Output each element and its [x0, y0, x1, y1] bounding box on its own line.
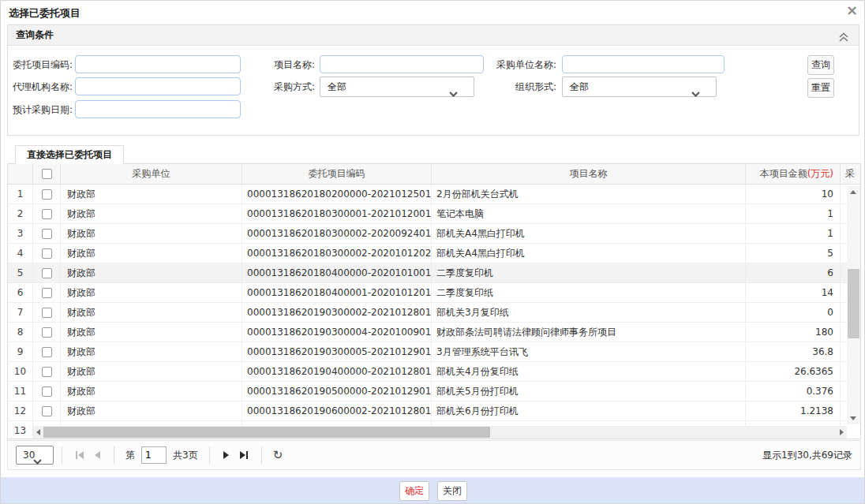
scroll-right-icon[interactable] [840, 429, 844, 435]
header-method-partial: 采 [841, 164, 860, 184]
page-number-input[interactable] [141, 446, 167, 464]
row-number: 13 [8, 421, 33, 439]
query-panel-header: 查询条件 [8, 25, 859, 46]
cell-code: 00001318620180300002-2020092401 [242, 224, 432, 243]
cell-purchaser: 财政部 [61, 382, 242, 401]
row-checkbox-cell [33, 362, 61, 381]
last-page-button[interactable] [234, 446, 253, 464]
scroll-up-icon[interactable] [850, 190, 856, 194]
row-checkbox[interactable] [42, 248, 52, 259]
row-checkbox[interactable] [42, 209, 52, 219]
row-checkbox[interactable] [42, 367, 52, 377]
purchase-method-label: 采购方式: [260, 78, 315, 95]
cell-code: 00001318620180300002-2020101202 [242, 244, 432, 263]
cell-code: 00001318620190300004-2020100901 [242, 323, 432, 342]
cell-amount: 1 [746, 224, 841, 243]
table-row[interactable]: 3 财政部 00001318620180300002-2020092401 部机… [8, 224, 860, 244]
purchaser-name-input[interactable] [562, 55, 725, 73]
page-total-label: 共3页 [173, 449, 198, 462]
table-row[interactable]: 10 财政部 00001318620190400000-2021012801 部… [8, 362, 860, 382]
purchase-method-select[interactable]: 全部 [320, 77, 474, 97]
row-checkbox[interactable] [42, 406, 52, 416]
row-number: 8 [8, 323, 33, 342]
vertical-scroll-thumb[interactable] [848, 269, 859, 338]
table-row[interactable]: 1 财政部 00001318620180200000-2021012501 2月… [8, 185, 860, 204]
agency-name-input[interactable] [75, 77, 241, 95]
vertical-scrollbar[interactable] [847, 186, 860, 424]
table-row[interactable]: 12 财政部 00001318620190600002-2021012801 部… [8, 401, 860, 421]
page-prefix-label: 第 [125, 449, 135, 462]
table-row[interactable]: 4 财政部 00001318620180300002-2020101202 部机… [8, 244, 860, 263]
cell-name: 部机关5月份打印机 [432, 382, 746, 401]
cell-name: 二季度复印纸 [432, 283, 746, 302]
project-name-input[interactable] [320, 55, 484, 73]
page-size-select[interactable]: 30 [16, 446, 54, 465]
table-row[interactable]: 6 财政部 00001318620180400001-2020101201 二季… [8, 283, 860, 303]
cell-purchaser: 财政部 [61, 263, 242, 282]
prev-page-button[interactable] [89, 446, 106, 464]
cell-code: 00001318620180200000-2021012501 [242, 185, 432, 203]
row-checkbox[interactable] [42, 229, 52, 239]
expected-date-input[interactable] [75, 100, 241, 118]
prev-page-icon [95, 451, 100, 459]
query-panel: 查询条件 委托项目编码: 代理机构名称: 预计采购日期: 项目名称: 采购方式:… [7, 24, 859, 136]
cell-name: 笔记本电脑 [432, 204, 746, 223]
cell-purchaser: 财政部 [61, 185, 242, 203]
header-name: 项目名称 [432, 164, 746, 184]
cell-amount: 6 [746, 263, 841, 282]
reset-button[interactable]: 重置 [807, 78, 834, 98]
row-number: 7 [8, 303, 33, 322]
pager-divider [62, 446, 62, 464]
cell-code: 00001318620190500000-2021012901 [242, 382, 432, 401]
close-button[interactable]: 关闭 [437, 481, 467, 501]
row-checkbox[interactable] [42, 308, 52, 318]
row-checkbox[interactable] [42, 386, 52, 397]
refresh-icon[interactable]: ↻ [270, 447, 286, 463]
first-page-button[interactable] [70, 446, 89, 464]
table-row[interactable]: 11 财政部 00001318620190500000-2021012901 部… [8, 382, 860, 401]
row-checkbox[interactable] [42, 189, 52, 200]
close-icon[interactable]: × [846, 2, 858, 18]
table-row[interactable]: 8 财政部 00001318620190300004-2020100901 财政… [8, 323, 860, 342]
row-number: 12 [8, 401, 33, 420]
horizontal-scrollbar[interactable] [33, 426, 847, 439]
table-row[interactable]: 7 财政部 00001318620190300002-2021012801 部机… [8, 303, 860, 323]
query-button[interactable]: 查询 [807, 55, 834, 75]
table-row[interactable]: 2 财政部 00001318620180300001-2021012001 笔记… [8, 204, 860, 224]
cell-code: 00001318620190300005-2021012901 [242, 342, 432, 361]
table-row[interactable]: 5 财政部 00001318620180400000-2020101001 二季… [8, 263, 860, 283]
next-page-button[interactable] [218, 446, 234, 464]
entrust-code-input[interactable] [75, 55, 241, 73]
cell-purchaser: 财政部 [61, 323, 242, 342]
cell-code: 00001318620180400000-2020101001 [242, 263, 432, 282]
cell-amount: 0.376 [746, 382, 841, 401]
cell-name: 部机关4月份复印纸 [432, 362, 746, 381]
row-checkbox-cell [33, 283, 61, 302]
row-checkbox[interactable] [42, 347, 52, 357]
pager-divider [114, 446, 114, 464]
row-number: 10 [8, 362, 33, 381]
scroll-down-icon[interactable] [850, 416, 856, 420]
row-checkbox[interactable] [42, 268, 52, 278]
row-checkbox-cell [33, 382, 61, 401]
row-number: 11 [8, 382, 33, 401]
confirm-button[interactable]: 确定 [399, 481, 429, 501]
cell-purchaser: 财政部 [61, 303, 242, 322]
query-form: 委托项目编码: 代理机构名称: 预计采购日期: 项目名称: 采购方式: 全部 采… [8, 46, 859, 135]
row-checkbox[interactable] [42, 288, 52, 298]
select-all-checkbox[interactable] [42, 169, 52, 179]
cell-name: 财政部条法司聘请法律顾问律师事务所项目 [432, 323, 746, 342]
cell-purchaser: 财政部 [61, 244, 242, 263]
cell-amount: 1.2138 [746, 401, 841, 420]
org-form-select[interactable]: 全部 [562, 77, 717, 97]
tab-direct-select-entrusted[interactable]: 直接选择已委托项目 [15, 145, 124, 164]
table-row[interactable]: 9 财政部 00001318620190300005-2021012901 3月… [8, 342, 860, 362]
row-number: 9 [8, 342, 33, 361]
cell-name: 部机关A4黑白打印机 [432, 224, 746, 243]
cell-amount: 10 [746, 185, 841, 203]
purchaser-name-label: 采购单位名称: [478, 56, 556, 73]
row-checkbox[interactable] [42, 327, 52, 338]
horizontal-scroll-thumb[interactable] [43, 427, 490, 438]
scroll-left-icon[interactable] [36, 429, 40, 435]
cell-amount: 26.6365 [746, 362, 841, 381]
